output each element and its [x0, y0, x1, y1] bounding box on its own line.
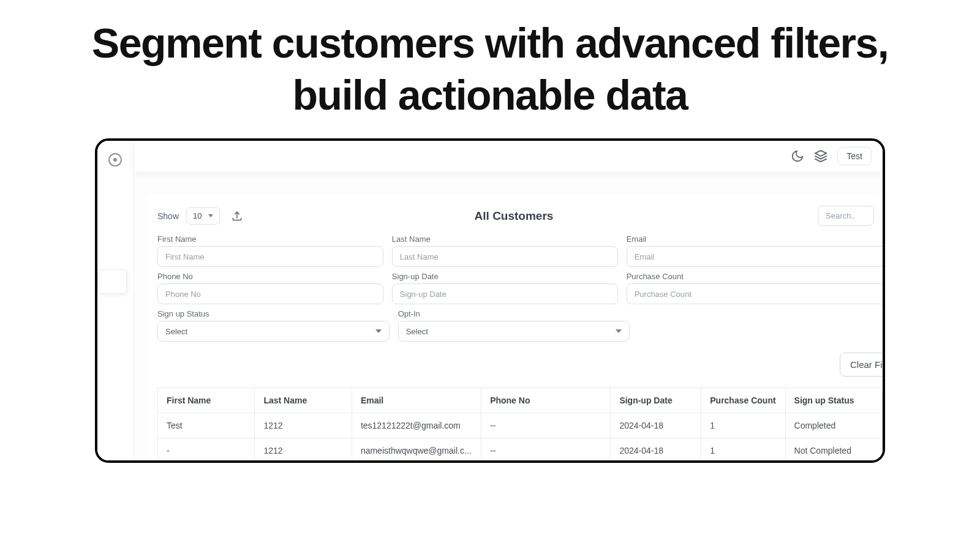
cell-phone: -- — [481, 438, 611, 463]
page-title: All Customers — [475, 209, 554, 223]
account-menu[interactable]: Test — [837, 147, 872, 165]
left-sidebar — [97, 141, 134, 460]
filter-email: Email Email — [627, 234, 870, 267]
filter-last-name: Last Name Last Name — [392, 234, 618, 267]
sidebar-active-tab-indicator[interactable] — [97, 269, 127, 294]
dark-mode-icon[interactable] — [791, 149, 804, 163]
th-first-name[interactable]: First Name — [158, 388, 255, 413]
th-phone[interactable]: Phone No — [481, 388, 611, 413]
marketing-headline: Segment customers with advanced filters,… — [0, 0, 980, 127]
app-screenshot-frame: Test Show 10 All Customers Search.. Firs… — [95, 138, 885, 463]
search-input[interactable]: Search.. — [818, 206, 874, 226]
filter-row-2: Phone No Phone No Sign-up Date Sign-up D… — [145, 272, 883, 304]
cell-email: tes12121222t@gmail.com — [352, 413, 481, 438]
clear-filters-button[interactable]: Clear Fil — [840, 353, 885, 377]
export-icon[interactable] — [228, 208, 246, 225]
svg-marker-0 — [815, 151, 826, 156]
opt-in-label: Opt-In — [398, 309, 630, 318]
cell-purchase-count: 1 — [701, 438, 785, 463]
th-signup-status[interactable]: Sign up Status — [785, 388, 882, 413]
cell-signup-status: Completed — [785, 413, 882, 438]
phone-label: Phone No — [157, 272, 383, 281]
opt-in-select[interactable]: Select — [398, 321, 630, 342]
customers-table: First Name Last Name Email Phone No Sign… — [157, 388, 883, 463]
first-name-input[interactable]: First Name — [157, 246, 383, 267]
chevron-down-icon — [616, 329, 622, 333]
filter-signup-status: Sign up Status Select — [157, 309, 390, 342]
table-row[interactable]: Test 1212 tes12121222t@gmail.com -- 2024… — [158, 413, 883, 438]
top-bar: Test — [134, 141, 883, 171]
page-size-value: 10 — [193, 211, 202, 220]
first-name-label: First Name — [157, 234, 383, 244]
headline-line-1: Segment customers with advanced filters, — [92, 20, 888, 66]
filter-first-name: First Name First Name — [157, 234, 383, 267]
customers-panel: Show 10 All Customers Search.. First Nam… — [145, 195, 883, 463]
cell-email: nameisthwqwqwe@gmail.c... — [352, 438, 481, 463]
th-purchase-count[interactable]: Purchase Count — [701, 388, 785, 413]
filter-row-1: First Name First Name Last Name Last Nam… — [145, 234, 883, 267]
cell-signup-date: 2024-04-18 — [611, 413, 701, 438]
content-area: Show 10 All Customers Search.. First Nam… — [134, 184, 883, 460]
table-header-row: First Name Last Name Email Phone No Sign… — [158, 388, 883, 413]
cell-last-name: 1212 — [255, 438, 352, 463]
email-label: Email — [627, 234, 870, 244]
signup-status-label: Sign up Status — [157, 309, 390, 318]
show-label: Show — [157, 211, 179, 221]
purchase-count-label: Purchase Count — [627, 272, 870, 281]
filter-purchase-count: Purchase Count Purchase Count — [627, 272, 870, 304]
signup-status-select[interactable]: Select — [157, 321, 390, 342]
last-name-label: Last Name — [392, 234, 618, 244]
signup-date-label: Sign-up Date — [392, 272, 618, 281]
signup-date-input[interactable]: Sign-up Date — [392, 283, 618, 304]
clear-filters-row: Clear Fil — [145, 347, 883, 388]
cell-phone: -- — [481, 413, 611, 438]
filter-phone: Phone No Phone No — [157, 272, 383, 304]
target-icon[interactable] — [108, 153, 122, 167]
page-size-select[interactable]: 10 — [186, 207, 219, 225]
opt-in-value: Select — [406, 327, 428, 336]
signup-status-value: Select — [165, 327, 187, 336]
cell-last-name: 1212 — [255, 413, 352, 438]
chevron-down-icon — [208, 214, 213, 217]
table-row[interactable]: - 1212 nameisthwqwqwe@gmail.c... -- 2024… — [158, 438, 883, 463]
cell-signup-status: Not Completed — [785, 438, 882, 463]
cell-purchase-count: 1 — [701, 413, 785, 438]
email-input[interactable]: Email — [627, 246, 885, 267]
filter-opt-in: Opt-In Select — [398, 309, 630, 342]
cell-first-name: - — [158, 438, 255, 463]
filter-signup-date: Sign-up Date Sign-up Date — [392, 272, 618, 304]
filter-row-3: Sign up Status Select Opt-In Select — [145, 309, 883, 342]
th-email[interactable]: Email — [352, 388, 481, 413]
purchase-count-input[interactable]: Purchase Count — [627, 283, 885, 304]
panel-toolbar: Show 10 All Customers Search.. — [145, 206, 883, 226]
headline-line-2: build actionable data — [293, 72, 688, 118]
layers-icon[interactable] — [814, 149, 827, 163]
chevron-down-icon — [375, 329, 382, 333]
th-signup-date[interactable]: Sign-up Date — [611, 388, 701, 413]
last-name-input[interactable]: Last Name — [392, 246, 618, 267]
cell-first-name: Test — [158, 413, 255, 438]
phone-input[interactable]: Phone No — [157, 283, 383, 304]
cell-signup-date: 2024-04-18 — [611, 438, 701, 463]
th-last-name[interactable]: Last Name — [255, 388, 352, 413]
